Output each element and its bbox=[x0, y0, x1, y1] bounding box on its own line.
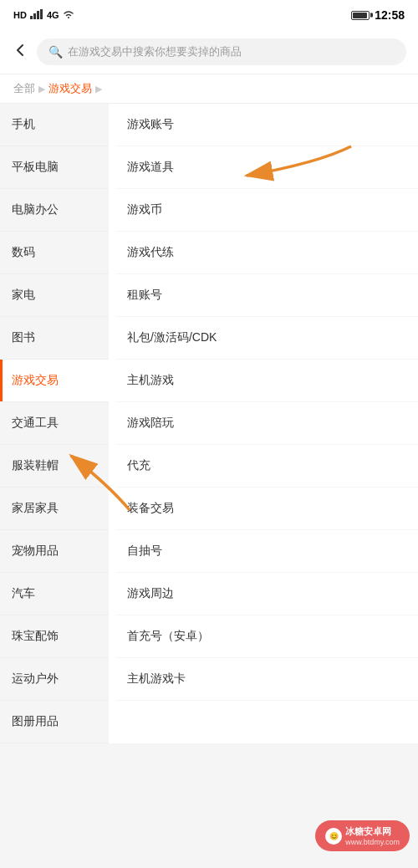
left-item-pingban[interactable]: 平板电脑 bbox=[0, 146, 109, 189]
left-item-shuma[interactable]: 数码 bbox=[0, 232, 109, 274]
status-right: 12:58 bbox=[351, 8, 405, 22]
left-item-jiaju[interactable]: 家居家具 bbox=[0, 488, 109, 530]
status-bar: HD 4G 12:58 bbox=[0, 0, 418, 30]
svg-rect-2 bbox=[37, 11, 39, 19]
right-item-zhuangbei[interactable]: 装备交易 bbox=[115, 488, 418, 530]
watermark: 😊 冰糖安卓网 www.btdmy.com bbox=[315, 820, 410, 851]
breadcrumb-sep1: ▶ bbox=[38, 84, 45, 94]
status-left: HD 4G bbox=[13, 9, 74, 22]
breadcrumb-current[interactable]: 游戏交易 bbox=[48, 81, 92, 96]
signal-bars bbox=[30, 9, 43, 22]
watermark-name: 冰糖安卓网 bbox=[345, 825, 400, 838]
watermark-text: 冰糖安卓网 www.btdmy.com bbox=[345, 825, 400, 846]
right-item-zhoubian[interactable]: 游戏周边 bbox=[115, 573, 418, 615]
left-item-qiche[interactable]: 汽车 bbox=[0, 573, 109, 615]
left-item-fuzhuang[interactable]: 服装鞋帽 bbox=[0, 445, 109, 488]
right-item-shouchong[interactable]: 首充号（安卓） bbox=[115, 615, 418, 658]
battery-icon bbox=[351, 11, 370, 20]
search-icon: 🔍 bbox=[48, 45, 63, 59]
watermark-url: www.btdmy.com bbox=[345, 838, 400, 846]
right-item-youxibi[interactable]: 游戏币 bbox=[115, 189, 418, 232]
svg-rect-0 bbox=[30, 16, 33, 19]
left-item-tushu[interactable]: 图书 bbox=[0, 317, 109, 360]
right-item-zhanghao[interactable]: 游戏账号 bbox=[115, 104, 418, 146]
time-display: 12:58 bbox=[375, 8, 405, 22]
right-content: 游戏账号 游戏道具 游戏币 游戏代练 租账号 礼包/激活码/CDK 主机游戏 游… bbox=[109, 104, 418, 743]
right-item-dailian[interactable]: 游戏代练 bbox=[115, 232, 418, 274]
left-item-jiadian[interactable]: 家电 bbox=[0, 274, 109, 317]
left-item-diannao[interactable]: 电脑办公 bbox=[0, 189, 109, 232]
right-item-zhuji[interactable]: 主机游戏 bbox=[115, 360, 418, 402]
left-item-guoji[interactable]: 图册用品 bbox=[0, 701, 109, 743]
wifi-icon bbox=[63, 9, 74, 22]
category-container: 手机 平板电脑 电脑办公 数码 家电 图书 游戏交易 交通工具 服装鞋帽 家居家… bbox=[0, 104, 418, 743]
breadcrumb: 全部 ▶ 游戏交易 ▶ bbox=[0, 74, 418, 104]
right-item-daoju[interactable]: 游戏道具 bbox=[115, 146, 418, 189]
right-item-libaocdk[interactable]: 礼包/激活码/CDK bbox=[115, 317, 418, 360]
right-item-zu[interactable]: 租账号 bbox=[115, 274, 418, 317]
search-input-area[interactable]: 🔍 在游戏交易中搜索你想要卖掉的商品 bbox=[37, 38, 406, 65]
left-item-zhubao[interactable]: 珠宝配饰 bbox=[0, 615, 109, 658]
left-sidebar: 手机 平板电脑 电脑办公 数码 家电 图书 游戏交易 交通工具 服装鞋帽 家居家… bbox=[0, 104, 109, 743]
network-type: 4G bbox=[47, 10, 59, 20]
svg-rect-1 bbox=[33, 13, 36, 19]
breadcrumb-root[interactable]: 全部 bbox=[13, 81, 35, 96]
right-item-zhujika[interactable]: 主机游戏卡 bbox=[115, 658, 418, 701]
right-item-daichong[interactable]: 代充 bbox=[115, 445, 418, 488]
left-item-youxi[interactable]: 游戏交易 bbox=[0, 360, 109, 402]
right-item-peiwang[interactable]: 游戏陪玩 bbox=[115, 402, 418, 445]
watermark-icon: 😊 bbox=[325, 828, 342, 845]
back-button[interactable] bbox=[12, 42, 28, 63]
search-bar: 🔍 在游戏交易中搜索你想要卖掉的商品 bbox=[0, 30, 418, 74]
right-item-zichou[interactable]: 自抽号 bbox=[115, 530, 418, 573]
network-label: HD bbox=[13, 10, 27, 20]
left-item-chongwu[interactable]: 宠物用品 bbox=[0, 530, 109, 573]
left-item-yundong[interactable]: 运动户外 bbox=[0, 658, 109, 701]
breadcrumb-sep2: ▶ bbox=[95, 84, 102, 94]
left-item-shouji[interactable]: 手机 bbox=[0, 104, 109, 146]
left-item-jiaotong[interactable]: 交通工具 bbox=[0, 402, 109, 445]
svg-rect-3 bbox=[40, 9, 43, 19]
search-placeholder: 在游戏交易中搜索你想要卖掉的商品 bbox=[68, 44, 242, 59]
